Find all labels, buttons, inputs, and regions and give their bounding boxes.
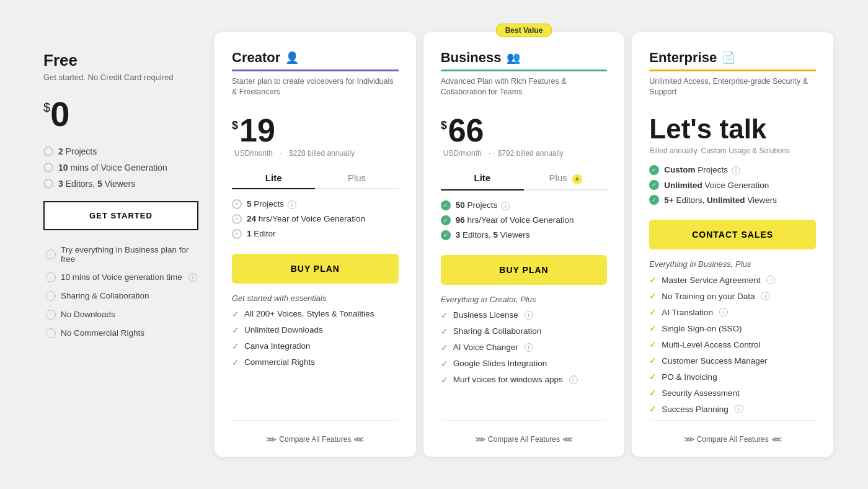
business-buy-button[interactable]: BUY PLAN — [441, 255, 608, 285]
free-plan-title: Free — [43, 51, 198, 70]
enterprise-price-sub: Billed annually. Custom Usage & Solution… — [649, 146, 816, 155]
feature-item: ✓Customer Success Manager — [649, 356, 816, 366]
enterprise-plan-icon: 📄 — [722, 51, 735, 65]
business-feature-list: ✓Business License i ✓Sharing & Collabora… — [441, 310, 608, 420]
plan-cards: Creator 👤 Starter plan to create voiceov… — [211, 32, 837, 457]
enterprise-plan-title: Enterprise — [649, 50, 717, 66]
business-underline — [441, 70, 608, 71]
feature-item: ✓AI Translation i — [649, 307, 816, 317]
feature-item: ✓Master Service Agreement i — [649, 275, 816, 285]
free-plan-column: Free Get started. No Credit Card require… — [31, 32, 211, 366]
enterprise-card-header: Enterprise 📄 Unlimited Access, Enterpris… — [649, 50, 816, 98]
check-icon: ✓ — [649, 388, 657, 398]
creator-tab-lite[interactable]: Lite — [232, 168, 315, 188]
business-compare-row: ⋙ Compare All Features ⋘ — [441, 420, 608, 444]
free-stats-list: 2 Projects 10 mins of Voice Generation 3… — [43, 146, 198, 189]
business-price-row: $ 66 — [441, 114, 608, 146]
creator-underline — [232, 70, 399, 71]
creator-card-header: Creator 👤 Starter plan to create voiceov… — [232, 50, 399, 98]
enterprise-plan-desc: Unlimited Access, Enterprise-grade Secur… — [649, 76, 816, 98]
feature-item: ✓AI Voice Changer i — [441, 343, 608, 352]
creator-compare-row: ⋙ Compare All Features ⋘ — [232, 420, 399, 444]
creator-price-row: $ 19 — [232, 114, 399, 146]
creator-stat-list: 5 Projects i 24 hrs/Year of Voice Genera… — [232, 199, 399, 244]
info-icon: i — [732, 166, 740, 175]
info-icon: i — [525, 311, 533, 320]
free-features-list: Try everything in Business plan for free… — [43, 245, 198, 338]
feature-item: ✓PO & Invoicing — [649, 372, 816, 382]
info-icon: i — [569, 375, 578, 384]
stat-icon — [441, 200, 451, 210]
free-plan-price: $0 — [43, 97, 198, 132]
check-icon: ✓ — [649, 323, 657, 333]
free-stat-editors: 3 Editors, 5 Viewers — [43, 179, 198, 189]
check-icon: ✓ — [441, 310, 448, 320]
enterprise-stat-editors: 5+ Editors, Unlimited Viewers — [649, 195, 816, 205]
business-stat-list: 50 Projects i 96 hrs/Year of Voice Gener… — [441, 200, 608, 245]
creator-tabs: Lite Plus — [232, 168, 399, 189]
enterprise-contact-button[interactable]: CONTACT SALES — [649, 220, 816, 249]
feature-item: ✓Multi-Level Access Control — [649, 339, 816, 349]
business-stat-editors: 3 Editors, 5 Viewers — [441, 230, 608, 240]
feature-item: ✓Security Assessment — [649, 388, 816, 398]
creator-stat-voice: 24 hrs/Year of Voice Generation — [232, 214, 399, 224]
stat-icon — [232, 229, 242, 239]
feature-item: ✓Commercial Rights — [232, 357, 399, 367]
creator-plan-card: Creator 👤 Starter plan to create voiceov… — [215, 32, 416, 457]
info-icon: i — [501, 202, 510, 210]
enterprise-compare-link[interactable]: ⋙ Compare All Features ⋘ — [684, 435, 782, 444]
business-compare-link[interactable]: ⋙ Compare All Features ⋘ — [475, 435, 573, 444]
pricing-page: Free Get started. No Credit Card require… — [31, 32, 837, 457]
check-icon: ✓ — [441, 359, 448, 369]
enterprise-stat-voice: Unlimited Voice Generation — [649, 180, 816, 190]
creator-plan-icon: 👤 — [285, 51, 299, 65]
enterprise-price-text: Let's talk — [649, 114, 766, 144]
free-stat-projects: 2 Projects — [43, 146, 198, 156]
check-icon: ✓ — [232, 357, 239, 367]
feature-item: ✓Unlimited Downloads — [232, 325, 399, 335]
info-icon: i — [525, 343, 533, 352]
business-tab-lite[interactable]: Lite — [441, 168, 524, 189]
feature-item: ✓Business License i — [441, 310, 608, 320]
creator-compare-link[interactable]: ⋙ Compare All Features ⋘ — [266, 435, 364, 444]
get-started-button[interactable]: GET STARTED — [43, 201, 198, 230]
info-icon: i — [766, 276, 775, 284]
check-icon: ✓ — [441, 375, 448, 385]
business-section-title: Everything in Creator, Plus — [441, 295, 608, 304]
business-price-amount: 66 — [448, 114, 484, 146]
creator-stat-editors: 1 Editor — [232, 229, 399, 239]
feature-item: ✓No Training on your Data i — [649, 291, 816, 301]
creator-buy-button[interactable]: BUY PLAN — [232, 254, 399, 284]
creator-tab-plus[interactable]: Plus — [315, 168, 398, 188]
creator-plan-desc: Starter plan to create voiceovers for In… — [232, 76, 399, 98]
check-icon: ✓ — [649, 356, 657, 366]
feature-item: ✓All 200+ Voices, Styles & Tonalities — [232, 309, 399, 319]
enterprise-plan-card: Enterprise 📄 Unlimited Access, Enterpris… — [632, 32, 833, 457]
creator-plan-title: Creator — [232, 50, 280, 66]
check-icon: ✓ — [441, 326, 448, 336]
creator-stat-projects: 5 Projects i — [232, 199, 399, 209]
check-icon: ✓ — [232, 325, 239, 335]
chevron-down-icon: ⋙ — [266, 435, 277, 444]
check-icon: ✓ — [441, 343, 448, 352]
business-tab-plus[interactable]: Plus + — [524, 168, 607, 189]
chevron-down-icon: ⋙ — [475, 435, 485, 444]
stat-icon — [649, 180, 659, 190]
stat-icon — [232, 199, 242, 209]
chevron-down-icon: ⋘ — [353, 435, 364, 444]
enterprise-stat-list: Custom Projects i Unlimited Voice Genera… — [649, 165, 816, 210]
enterprise-price-row: Let's talk — [649, 114, 816, 144]
info-icon: i — [735, 405, 743, 413]
stat-icon — [649, 165, 659, 175]
business-stat-projects: 50 Projects i — [441, 200, 608, 210]
info-icon: i — [719, 308, 728, 316]
business-plan-card: Best Value Business 👥 Advanced Plan with… — [423, 32, 625, 457]
check-icon: ✓ — [649, 404, 657, 414]
creator-section-title: Get started with essentials — [232, 294, 399, 303]
stat-icon — [441, 215, 451, 225]
feature-item: ✓Google Slides Integration — [441, 359, 608, 369]
business-price-sub: USD/month · $792 billed annually — [441, 149, 608, 158]
creator-feature-list: ✓All 200+ Voices, Styles & Tonalities ✓U… — [232, 309, 399, 420]
free-feature-item: 10 mins of Voice generation time i — [43, 272, 198, 282]
feature-item: ✓Single Sign-on (SSO) — [649, 323, 816, 333]
